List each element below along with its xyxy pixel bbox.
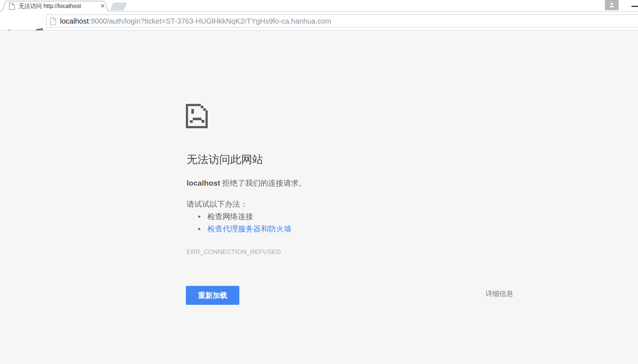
bullet-icon: •: [198, 210, 207, 223]
tab-title-fade: [86, 2, 96, 10]
url-host: localhost: [60, 17, 89, 25]
url-path: :9000/auth/login?ticket=ST-3763-HUGlHkkN…: [89, 17, 331, 25]
new-tab-button[interactable]: [110, 3, 127, 11]
browser-toolbar: localhost:9000/auth/login?ticket=ST-3763…: [0, 12, 638, 31]
list-item: • 检查代理服务器和防火墙: [187, 223, 291, 235]
tab-title: 无法访问 http://localhost: [19, 2, 96, 10]
suggestion-check-proxy-link[interactable]: 检查代理服务器和防火墙: [207, 223, 291, 235]
error-content: 无法访问此网站 localhost 拒绝了我们的连接请求。 请试试以下办法： •…: [186, 104, 513, 336]
person-icon: [608, 1, 615, 9]
suggestions-heading: 请试试以下办法：: [187, 199, 248, 210]
error-message-text: 拒绝了我们的连接请求。: [220, 179, 306, 187]
url-text: localhost:9000/auth/login?ticket=ST-3763…: [60, 17, 331, 25]
error-page: 无法访问此网站 localhost 拒绝了我们的连接请求。 请试试以下办法： •…: [0, 31, 638, 364]
browser-window: 无法访问 http://localhost ×: [0, 0, 638, 364]
tab-strip: 无法访问 http://localhost ×: [0, 0, 638, 12]
tab-close-icon[interactable]: ×: [99, 2, 107, 10]
suggestion-check-network: 检查网络连接: [207, 210, 253, 223]
tab-content[interactable]: 无法访问 http://localhost ×: [9, 1, 107, 11]
page-favicon-icon: [9, 3, 15, 10]
error-message: localhost 拒绝了我们的连接请求。: [187, 178, 306, 189]
details-button[interactable]: 详细信息: [486, 289, 513, 299]
list-item: • 检查网络连接: [187, 210, 291, 223]
url-bar[interactable]: localhost:9000/auth/login?ticket=ST-3763…: [46, 15, 638, 28]
sad-page-icon: [186, 104, 208, 128]
profile-button[interactable]: [605, 0, 619, 10]
error-title: 无法访问此网站: [187, 152, 263, 167]
suggestion-list: • 检查网络连接 • 检查代理服务器和防火墙: [187, 210, 291, 235]
bullet-icon: •: [198, 223, 207, 235]
minimize-button[interactable]: [631, 6, 638, 7]
error-host: localhost: [187, 179, 220, 187]
error-code: ERR_CONNECTION_REFUSED: [187, 248, 281, 256]
page-icon: [50, 17, 56, 25]
reload-page-button[interactable]: 重新加载: [186, 286, 239, 305]
